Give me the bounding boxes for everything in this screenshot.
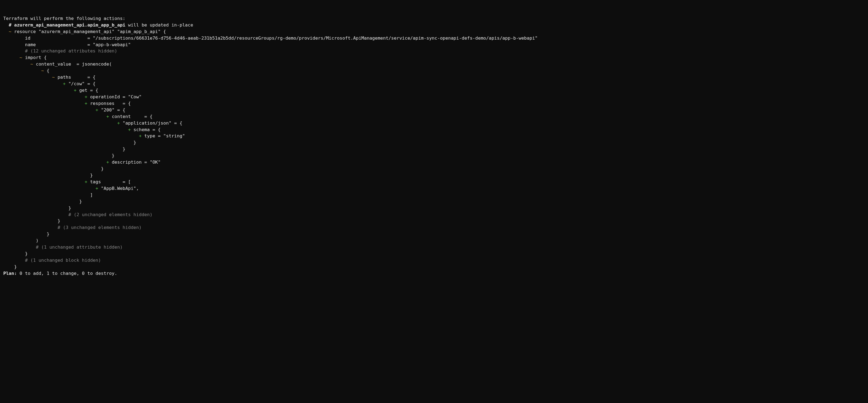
plus-resp: + bbox=[85, 101, 87, 106]
r200-line: + "200" = { bbox=[3, 107, 865, 113]
elements-3: # (3 unchanged elements hidden) bbox=[58, 225, 142, 230]
get-line: + get = { bbox=[3, 87, 865, 94]
close-import-line: } bbox=[3, 251, 865, 257]
plus-tagitem: + bbox=[96, 186, 98, 191]
tag-item: "AppB.WebApi", bbox=[101, 186, 139, 191]
response-200: "200" = { bbox=[101, 107, 125, 113]
resource-comment-line: # azurerm_api_management_api.apim_app_b_… bbox=[3, 22, 865, 28]
close-cow-line: } bbox=[3, 205, 865, 211]
name-val: "app-b-webapi" bbox=[93, 42, 131, 47]
schema-line: + schema = { bbox=[3, 126, 865, 133]
appjson-line: + "application/json" = { bbox=[3, 120, 865, 126]
plus-tags: + bbox=[85, 179, 87, 184]
block-1: # (1 unchanged block hidden) bbox=[25, 258, 101, 263]
cow-path: "/cow" = { bbox=[68, 81, 95, 86]
close-get-line: } bbox=[3, 198, 865, 205]
content-value-line: ~ content_value = jsonencode( bbox=[3, 61, 865, 67]
tilde-b1: ~ bbox=[41, 68, 44, 73]
plan-line: Plan: 0 to add, 1 to change, 0 to destro… bbox=[3, 270, 865, 277]
close-json-brace: } bbox=[47, 231, 50, 237]
tilde-import: ~ bbox=[20, 55, 22, 60]
paths-line: ~ paths = { bbox=[3, 74, 865, 81]
close-tags: ] bbox=[90, 192, 93, 198]
close-json-line: } bbox=[3, 231, 865, 237]
content-line: + content = { bbox=[3, 113, 865, 120]
close-paren-line: ) bbox=[3, 237, 865, 244]
operation-id: operationId = "Cow" bbox=[90, 94, 142, 99]
responses-line: + responses = { bbox=[3, 100, 865, 107]
app-json-key: "application/json" = { bbox=[123, 120, 182, 126]
close-paths-line: } bbox=[3, 218, 865, 224]
plus-opid: + bbox=[85, 94, 87, 99]
desc-line: + description = "OK" bbox=[3, 159, 865, 166]
import-open: import { bbox=[25, 55, 46, 60]
plan-text: 0 to add, 1 to change, 0 to destroy. bbox=[17, 271, 117, 276]
plus-200: + bbox=[96, 107, 98, 113]
responses-key: responses = { bbox=[90, 101, 131, 106]
close-appjson-line: } bbox=[3, 146, 865, 152]
close-resource: } bbox=[14, 264, 17, 269]
type-line: + type = "string" bbox=[3, 133, 865, 139]
name-line: name = "app-b-webapi" bbox=[3, 41, 865, 48]
schema-key: schema = { bbox=[133, 127, 160, 132]
tag-item-line: + "AppB.WebApi", bbox=[3, 185, 865, 192]
type-line: type = "string" bbox=[145, 133, 185, 139]
tags-open: tags = [ bbox=[90, 179, 131, 184]
header-line: Terraform will perform the following act… bbox=[3, 15, 865, 22]
brace1-line: ~ { bbox=[3, 67, 865, 74]
content-value: content_value = jsonencode( bbox=[36, 61, 112, 67]
elements2-line: # (2 unchanged elements hidden) bbox=[3, 211, 865, 218]
plus-type: + bbox=[139, 133, 142, 139]
elements-2: # (2 unchanged elements hidden) bbox=[68, 212, 152, 217]
close-200-line: } bbox=[3, 166, 865, 172]
close-content-line: } bbox=[3, 152, 865, 159]
close-paths: } bbox=[58, 218, 60, 224]
close-schema: } bbox=[133, 140, 136, 145]
header-text: Terraform will perform the following act… bbox=[3, 16, 125, 21]
plus-desc: + bbox=[106, 160, 109, 165]
brace-open-1: { bbox=[47, 68, 50, 73]
import-line: ~ import { bbox=[3, 54, 865, 61]
block1-line: # (1 unchanged block hidden) bbox=[3, 257, 865, 264]
attr-1: # (1 unchanged attribute hidden) bbox=[36, 244, 123, 250]
close-appjson: } bbox=[123, 146, 125, 152]
tilde-paths: ~ bbox=[52, 75, 55, 80]
close-content: } bbox=[112, 153, 115, 158]
close-import: } bbox=[25, 251, 28, 256]
close-200: } bbox=[101, 166, 104, 171]
close-resource-line: } bbox=[3, 264, 865, 270]
attrs-hidden-12: # (12 unchanged attributes hidden) bbox=[25, 48, 117, 54]
paths-key: paths = { bbox=[58, 75, 96, 80]
resource-line: ~ resource "azurerm_api_management_api" … bbox=[3, 28, 865, 35]
close-schema-line: } bbox=[3, 139, 865, 146]
id-key: id bbox=[25, 35, 30, 41]
cow-line: + "/cow" = { bbox=[3, 81, 865, 87]
close-cow: } bbox=[68, 205, 71, 211]
id-val: "/subscriptions/66631e76-d756-4d46-aeab-… bbox=[93, 35, 538, 41]
resource-decl: resource "azurerm_api_management_api" "a… bbox=[14, 29, 166, 34]
close-get: } bbox=[79, 199, 82, 204]
close-responses: } bbox=[90, 173, 93, 178]
resource-comment: # azurerm_api_management_api.apim_app_b_… bbox=[9, 22, 125, 28]
tilde-resource: ~ bbox=[9, 29, 11, 34]
plus-schema: + bbox=[128, 127, 131, 132]
name-key: name bbox=[25, 42, 36, 47]
tilde-cv: ~ bbox=[30, 61, 33, 67]
attrs-hidden-line: # (12 unchanged attributes hidden) bbox=[3, 48, 865, 54]
id-line: id = "/subscriptions/66631e76-d756-4d46-… bbox=[3, 35, 865, 41]
update-note: will be updated in-place bbox=[125, 22, 193, 28]
get-key: get = { bbox=[79, 88, 98, 93]
close-tags-line: ] bbox=[3, 192, 865, 198]
description: description = "OK" bbox=[112, 160, 160, 165]
close-responses-line: } bbox=[3, 172, 865, 179]
terminal-output: Terraform will perform the following act… bbox=[3, 15, 865, 277]
close-paren: ) bbox=[36, 238, 38, 243]
plus-content: + bbox=[106, 114, 109, 119]
elements3-line: # (3 unchanged elements hidden) bbox=[3, 224, 865, 231]
plus-get: + bbox=[74, 88, 76, 93]
content-key: content = { bbox=[112, 114, 152, 119]
attr1-line: # (1 unchanged attribute hidden) bbox=[3, 244, 865, 251]
plan-label: Plan: bbox=[3, 271, 17, 276]
opid-line: + operationId = "Cow" bbox=[3, 94, 865, 100]
plus-aj: + bbox=[117, 120, 120, 126]
